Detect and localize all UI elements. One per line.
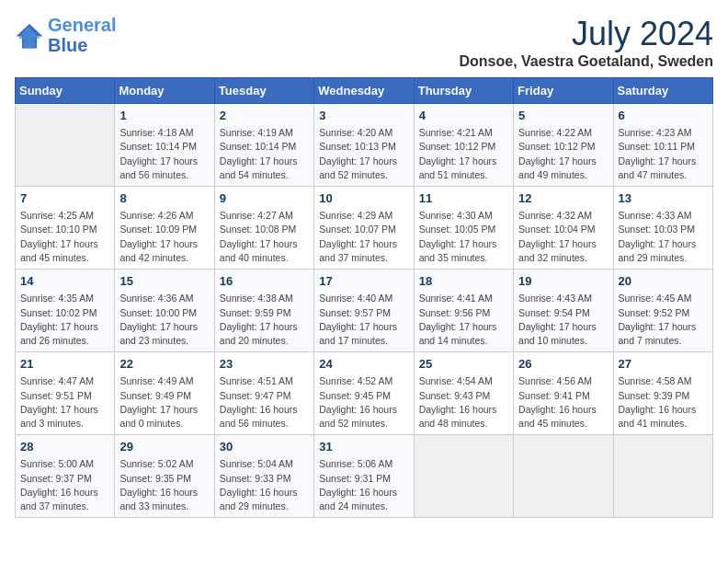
calendar-cell: 3Sunrise: 4:20 AM Sunset: 10:13 PM Dayli…	[314, 104, 414, 187]
day-info: Sunrise: 4:58 AM Sunset: 9:39 PM Dayligh…	[619, 374, 708, 431]
day-info: Sunrise: 4:47 AM Sunset: 9:51 PM Dayligh…	[20, 374, 109, 431]
day-number: 29	[119, 439, 209, 455]
calendar-cell: 30Sunrise: 5:04 AM Sunset: 9:33 PM Dayli…	[214, 435, 313, 518]
day-number: 6	[619, 108, 708, 124]
day-number: 28	[20, 439, 109, 455]
weekday-header-row: SundayMondayTuesdayWednesdayThursdayFrid…	[16, 78, 713, 104]
day-info: Sunrise: 4:20 AM Sunset: 10:13 PM Daylig…	[319, 126, 408, 182]
day-info: Sunrise: 5:06 AM Sunset: 9:31 PM Dayligh…	[319, 457, 408, 513]
calendar-cell: 1Sunrise: 4:18 AM Sunset: 10:14 PM Dayli…	[115, 104, 214, 187]
weekday-header-saturday: Saturday	[613, 78, 712, 104]
calendar-table: SundayMondayTuesdayWednesdayThursdayFrid…	[15, 77, 713, 518]
day-info: Sunrise: 4:52 AM Sunset: 9:45 PM Dayligh…	[319, 374, 408, 431]
weekday-header-friday: Friday	[514, 78, 613, 104]
week-row-5: 28Sunrise: 5:00 AM Sunset: 9:37 PM Dayli…	[16, 435, 713, 518]
day-info: Sunrise: 4:49 AM Sunset: 9:49 PM Dayligh…	[119, 374, 209, 431]
day-number: 8	[119, 190, 209, 207]
day-number: 14	[20, 273, 109, 290]
day-number: 15	[119, 273, 209, 290]
day-info: Sunrise: 4:23 AM Sunset: 10:11 PM Daylig…	[619, 126, 708, 182]
day-info: Sunrise: 4:33 AM Sunset: 10:03 PM Daylig…	[619, 209, 708, 265]
day-info: Sunrise: 5:04 AM Sunset: 9:33 PM Dayligh…	[220, 457, 309, 513]
week-row-1: 1Sunrise: 4:18 AM Sunset: 10:14 PM Dayli…	[16, 104, 713, 187]
day-info: Sunrise: 4:25 AM Sunset: 10:10 PM Daylig…	[20, 209, 109, 265]
calendar-cell: 23Sunrise: 4:51 AM Sunset: 9:47 PM Dayli…	[214, 352, 313, 435]
day-number: 23	[220, 356, 309, 373]
day-info: Sunrise: 4:30 AM Sunset: 10:05 PM Daylig…	[419, 209, 508, 265]
logo: GeneralBlue	[15, 15, 116, 55]
day-info: Sunrise: 4:54 AM Sunset: 9:43 PM Dayligh…	[419, 374, 508, 431]
day-info: Sunrise: 4:43 AM Sunset: 9:54 PM Dayligh…	[518, 292, 608, 348]
calendar-cell: 10Sunrise: 4:29 AM Sunset: 10:07 PM Dayl…	[314, 187, 414, 270]
day-info: Sunrise: 4:32 AM Sunset: 10:04 PM Daylig…	[518, 209, 608, 265]
calendar-cell: 5Sunrise: 4:22 AM Sunset: 10:12 PM Dayli…	[514, 104, 613, 187]
day-number: 21	[20, 356, 109, 373]
day-number: 18	[419, 273, 508, 290]
day-info: Sunrise: 4:56 AM Sunset: 9:41 PM Dayligh…	[518, 374, 608, 431]
week-row-4: 21Sunrise: 4:47 AM Sunset: 9:51 PM Dayli…	[16, 352, 713, 435]
day-number: 19	[518, 273, 608, 290]
day-info: Sunrise: 4:19 AM Sunset: 10:14 PM Daylig…	[220, 126, 309, 182]
weekday-header-thursday: Thursday	[414, 78, 513, 104]
calendar-cell: 27Sunrise: 4:58 AM Sunset: 9:39 PM Dayli…	[613, 352, 712, 435]
calendar-cell: 4Sunrise: 4:21 AM Sunset: 10:12 PM Dayli…	[414, 104, 513, 187]
calendar-cell: 9Sunrise: 4:27 AM Sunset: 10:08 PM Dayli…	[214, 187, 313, 270]
day-info: Sunrise: 4:27 AM Sunset: 10:08 PM Daylig…	[220, 209, 309, 265]
calendar-cell	[514, 435, 613, 518]
calendar-cell: 25Sunrise: 4:54 AM Sunset: 9:43 PM Dayli…	[414, 352, 513, 435]
day-number: 9	[220, 190, 309, 207]
weekday-header-wednesday: Wednesday	[314, 78, 414, 104]
calendar-cell: 2Sunrise: 4:19 AM Sunset: 10:14 PM Dayli…	[214, 104, 313, 187]
day-info: Sunrise: 4:22 AM Sunset: 10:12 PM Daylig…	[518, 126, 608, 182]
day-number: 5	[518, 108, 608, 124]
calendar-cell: 19Sunrise: 4:43 AM Sunset: 9:54 PM Dayli…	[514, 270, 613, 352]
calendar-cell: 11Sunrise: 4:30 AM Sunset: 10:05 PM Dayl…	[414, 187, 513, 270]
day-info: Sunrise: 4:40 AM Sunset: 9:57 PM Dayligh…	[319, 292, 408, 348]
day-info: Sunrise: 4:21 AM Sunset: 10:12 PM Daylig…	[419, 126, 508, 182]
calendar-cell: 31Sunrise: 5:06 AM Sunset: 9:31 PM Dayli…	[314, 435, 414, 518]
calendar-cell: 7Sunrise: 4:25 AM Sunset: 10:10 PM Dayli…	[16, 187, 115, 270]
day-number: 2	[220, 108, 309, 124]
day-number: 26	[518, 356, 608, 373]
day-number: 7	[20, 190, 109, 207]
calendar-cell: 16Sunrise: 4:38 AM Sunset: 9:59 PM Dayli…	[214, 270, 313, 352]
day-info: Sunrise: 4:45 AM Sunset: 9:52 PM Dayligh…	[619, 292, 708, 348]
day-number: 24	[319, 356, 408, 373]
calendar-cell: 22Sunrise: 4:49 AM Sunset: 9:49 PM Dayli…	[115, 352, 214, 435]
day-number: 1	[119, 108, 209, 124]
weekday-header-tuesday: Tuesday	[214, 78, 313, 104]
day-number: 27	[619, 356, 708, 373]
day-info: Sunrise: 4:29 AM Sunset: 10:07 PM Daylig…	[319, 209, 408, 265]
day-number: 25	[419, 356, 508, 373]
week-row-2: 7Sunrise: 4:25 AM Sunset: 10:10 PM Dayli…	[16, 187, 713, 270]
calendar-cell: 6Sunrise: 4:23 AM Sunset: 10:11 PM Dayli…	[613, 104, 712, 187]
weekday-header-sunday: Sunday	[16, 78, 115, 104]
day-number: 16	[220, 273, 309, 290]
calendar-cell: 8Sunrise: 4:26 AM Sunset: 10:09 PM Dayli…	[115, 187, 214, 270]
day-number: 22	[119, 356, 209, 373]
day-info: Sunrise: 4:36 AM Sunset: 10:00 PM Daylig…	[119, 292, 209, 348]
day-info: Sunrise: 4:18 AM Sunset: 10:14 PM Daylig…	[119, 126, 209, 182]
day-number: 10	[319, 190, 408, 207]
day-number: 30	[220, 439, 309, 455]
calendar-cell: 20Sunrise: 4:45 AM Sunset: 9:52 PM Dayli…	[613, 270, 712, 352]
day-number: 13	[619, 190, 708, 207]
calendar-cell	[16, 104, 115, 187]
day-number: 3	[319, 108, 408, 124]
month-title: July 2024	[459, 15, 713, 53]
calendar-cell: 28Sunrise: 5:00 AM Sunset: 9:37 PM Dayli…	[16, 435, 115, 518]
calendar-cell	[414, 435, 513, 518]
day-number: 4	[419, 108, 508, 124]
page-header: GeneralBlue July 2024 Donsoe, Vaestra Go…	[15, 15, 713, 70]
day-number: 20	[619, 273, 708, 290]
day-info: Sunrise: 4:26 AM Sunset: 10:09 PM Daylig…	[119, 209, 209, 265]
day-number: 17	[319, 273, 408, 290]
calendar-cell: 15Sunrise: 4:36 AM Sunset: 10:00 PM Dayl…	[115, 270, 214, 352]
day-number: 11	[419, 190, 508, 207]
day-info: Sunrise: 4:41 AM Sunset: 9:56 PM Dayligh…	[419, 292, 508, 348]
week-row-3: 14Sunrise: 4:35 AM Sunset: 10:02 PM Dayl…	[16, 270, 713, 352]
day-info: Sunrise: 5:02 AM Sunset: 9:35 PM Dayligh…	[119, 457, 209, 513]
logo-icon	[15, 20, 44, 50]
day-info: Sunrise: 4:35 AM Sunset: 10:02 PM Daylig…	[20, 292, 109, 348]
day-info: Sunrise: 4:51 AM Sunset: 9:47 PM Dayligh…	[220, 374, 309, 431]
